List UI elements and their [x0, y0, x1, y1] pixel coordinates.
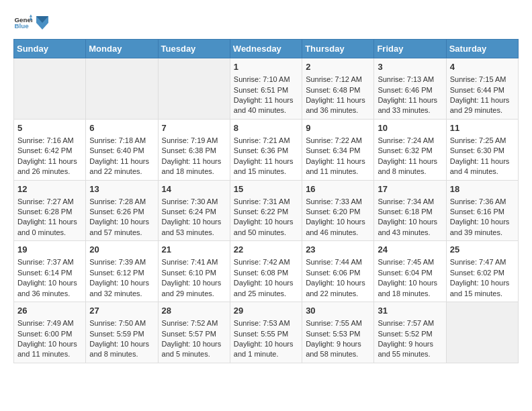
day-number: 12 — [17, 183, 82, 195]
day-content: Sunrise: 7:36 AM — [450, 197, 515, 207]
day-content: Daylight: 10 hours — [162, 339, 226, 349]
logo-arrow-icon — [36, 16, 48, 30]
day-content: Sunset: 6:18 PM — [378, 207, 442, 217]
day-number: 31 — [378, 305, 442, 317]
day-content: Daylight: 10 hours — [162, 278, 226, 288]
logo-icon: General Blue — [13, 13, 32, 32]
logo: General Blue — [13, 13, 48, 32]
day-number: 22 — [234, 244, 298, 256]
day-content: Daylight: 11 hours — [17, 156, 82, 167]
day-of-week-header: Friday — [374, 40, 446, 58]
day-content: and 46 minutes. — [306, 228, 370, 238]
svg-text:Blue: Blue — [14, 22, 29, 30]
day-content: Sunset: 6:30 PM — [450, 146, 515, 156]
calendar-cell: 23Sunrise: 7:44 AMSunset: 6:06 PMDayligh… — [302, 241, 374, 302]
day-content: and 33 minutes. — [378, 105, 442, 116]
day-number: 7 — [162, 122, 226, 134]
day-number: 9 — [306, 122, 370, 134]
calendar-cell: 11Sunrise: 7:25 AMSunset: 6:30 PMDayligh… — [446, 119, 518, 180]
calendar-cell: 17Sunrise: 7:34 AMSunset: 6:18 PMDayligh… — [374, 180, 446, 241]
day-content: Daylight: 10 hours — [89, 339, 154, 349]
header: General Blue — [13, 13, 519, 32]
day-content: Daylight: 10 hours — [17, 339, 82, 349]
day-number: 27 — [89, 305, 154, 317]
day-content: and 11 minutes. — [306, 167, 370, 177]
day-content: Daylight: 11 hours — [234, 95, 298, 105]
day-content: Sunrise: 7:42 AM — [234, 257, 298, 267]
day-content: Sunset: 6:10 PM — [162, 268, 226, 278]
day-content: and 11 minutes. — [17, 349, 82, 359]
day-number: 4 — [450, 61, 515, 73]
day-number: 14 — [162, 183, 226, 195]
day-content: Sunset: 6:32 PM — [378, 146, 442, 156]
day-content: Sunrise: 7:34 AM — [378, 197, 442, 207]
day-content: Sunset: 5:53 PM — [306, 329, 370, 339]
day-content: Sunrise: 7:41 AM — [162, 257, 226, 267]
day-content: and 15 minutes. — [234, 167, 298, 177]
day-content: Sunrise: 7:55 AM — [306, 318, 370, 328]
day-content: Sunrise: 7:49 AM — [17, 318, 82, 328]
calendar-cell: 24Sunrise: 7:45 AMSunset: 6:04 PMDayligh… — [374, 241, 446, 302]
day-content: and 40 minutes. — [234, 105, 298, 116]
day-number: 3 — [378, 61, 442, 73]
calendar-cell: 8Sunrise: 7:21 AMSunset: 6:36 PMDaylight… — [230, 119, 302, 180]
calendar-cell: 26Sunrise: 7:49 AMSunset: 6:00 PMDayligh… — [14, 302, 86, 363]
day-content: Sunrise: 7:13 AM — [378, 75, 442, 85]
day-content: Sunrise: 7:25 AM — [450, 136, 515, 146]
day-content: Sunset: 6:08 PM — [234, 268, 298, 278]
day-content: Daylight: 9 hours — [378, 339, 442, 349]
day-number: 28 — [162, 305, 226, 317]
calendar-cell: 5Sunrise: 7:16 AMSunset: 6:42 PMDaylight… — [14, 119, 86, 180]
day-of-week-header: Monday — [86, 40, 158, 58]
day-content: Sunset: 6:04 PM — [378, 268, 442, 278]
day-content: Sunset: 6:46 PM — [378, 85, 442, 95]
day-content: Daylight: 10 hours — [234, 278, 298, 288]
day-content: Sunset: 6:00 PM — [17, 329, 82, 339]
day-content: Sunrise: 7:37 AM — [17, 257, 82, 267]
day-content: and 26 minutes. — [17, 167, 82, 177]
day-content: Sunrise: 7:27 AM — [17, 197, 82, 207]
day-content: Daylight: 11 hours — [234, 156, 298, 167]
day-content: and 0 minutes. — [17, 228, 82, 238]
day-content: Sunrise: 7:30 AM — [162, 197, 226, 207]
day-content: and 55 minutes. — [378, 349, 442, 359]
day-content: Sunset: 5:52 PM — [378, 329, 442, 339]
calendar-cell — [14, 58, 86, 120]
day-content: Daylight: 10 hours — [378, 217, 442, 227]
day-content: Sunset: 6:16 PM — [450, 207, 515, 217]
day-content: Sunrise: 7:21 AM — [234, 136, 298, 146]
day-content: and 22 minutes. — [89, 167, 154, 177]
day-of-week-header: Tuesday — [158, 40, 230, 58]
day-number: 8 — [234, 122, 298, 134]
day-content: Sunset: 6:40 PM — [89, 146, 154, 156]
calendar-cell: 19Sunrise: 7:37 AMSunset: 6:14 PMDayligh… — [14, 241, 86, 302]
calendar-week-row: 1Sunrise: 7:10 AMSunset: 6:51 PMDaylight… — [14, 58, 519, 120]
day-number: 5 — [17, 122, 82, 134]
day-content: Daylight: 11 hours — [450, 156, 515, 167]
day-content: and 57 minutes. — [89, 228, 154, 238]
day-content: Sunrise: 7:18 AM — [89, 136, 154, 146]
day-content: Sunset: 6:48 PM — [306, 85, 370, 95]
calendar-cell: 2Sunrise: 7:12 AMSunset: 6:48 PMDaylight… — [302, 58, 374, 120]
day-number: 29 — [234, 305, 298, 317]
day-content: Sunrise: 7:45 AM — [378, 257, 442, 267]
day-content: and 43 minutes. — [378, 228, 442, 238]
day-content: Sunset: 6:28 PM — [17, 207, 82, 217]
day-content: Daylight: 10 hours — [162, 217, 226, 227]
day-of-week-header: Sunday — [14, 40, 86, 58]
day-content: Daylight: 11 hours — [162, 156, 226, 167]
calendar-cell: 18Sunrise: 7:36 AMSunset: 6:16 PMDayligh… — [446, 180, 518, 241]
day-content: Sunset: 6:02 PM — [450, 268, 515, 278]
day-number: 20 — [89, 244, 154, 256]
calendar-cell: 29Sunrise: 7:53 AMSunset: 5:55 PMDayligh… — [230, 302, 302, 363]
calendar-cell: 21Sunrise: 7:41 AMSunset: 6:10 PMDayligh… — [158, 241, 230, 302]
day-content: Sunset: 6:14 PM — [17, 268, 82, 278]
day-content: Daylight: 10 hours — [234, 339, 298, 349]
day-content: Sunset: 6:34 PM — [306, 146, 370, 156]
day-content: and 22 minutes. — [306, 289, 370, 299]
day-content: Sunset: 6:22 PM — [234, 207, 298, 217]
day-content: Daylight: 10 hours — [306, 278, 370, 288]
calendar-cell — [446, 302, 518, 363]
calendar-cell — [86, 58, 158, 120]
day-content: and 1 minute. — [234, 349, 298, 359]
